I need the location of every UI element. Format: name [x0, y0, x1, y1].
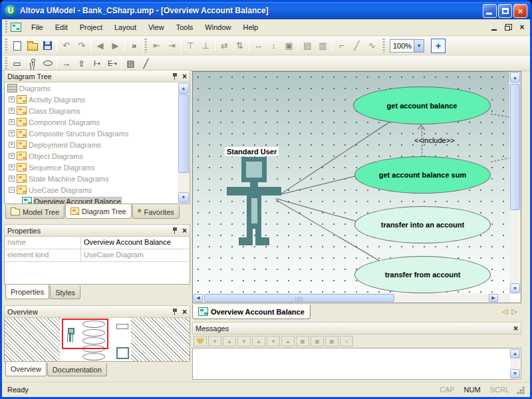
- note-tool-button[interactable]: ▤: [123, 56, 138, 70]
- mdi-close-button[interactable]: ×: [516, 22, 528, 33]
- usecase-transfer-from-account[interactable]: transfer from account: [354, 256, 491, 293]
- diagram-canvas[interactable]: <<include>> get account balance get acco…: [193, 72, 510, 293]
- pin-icon[interactable]: [172, 227, 178, 235]
- tree-item-object-diagrams[interactable]: + Object Diagrams: [5, 150, 190, 162]
- copy-all-messages-button[interactable]: ▣: [325, 336, 338, 346]
- open-file-button[interactable]: [25, 39, 40, 53]
- tab-favorites[interactable]: * Favorites: [132, 205, 180, 219]
- actor-arms[interactable]: [227, 187, 281, 196]
- tab-properties[interactable]: Properties: [5, 285, 49, 299]
- copy-message-button[interactable]: ▣: [296, 336, 309, 346]
- expand-icon[interactable]: +: [9, 130, 15, 136]
- pin-icon[interactable]: [172, 308, 178, 316]
- close-panel-icon[interactable]: ×: [513, 325, 518, 332]
- menu-view[interactable]: View: [142, 21, 170, 33]
- extend-tool-button[interactable]: E⇢: [104, 56, 120, 70]
- back-button[interactable]: ◀: [92, 39, 108, 53]
- scroll-thumb[interactable]: [510, 84, 520, 210]
- notelink-tool-button[interactable]: ╱: [138, 56, 154, 70]
- generalization-tool-button[interactable]: ⇧: [74, 56, 89, 70]
- tree-scrollbar[interactable]: ▲ ▼: [178, 83, 189, 203]
- pan-mode-button[interactable]: +: [431, 39, 446, 53]
- undo-button[interactable]: ↶: [59, 39, 74, 53]
- forward-button[interactable]: ▶: [108, 39, 123, 53]
- resize-grip[interactable]: [516, 386, 525, 394]
- collapse-icon[interactable]: −: [9, 187, 15, 193]
- toolbar-overflow-button[interactable]: »: [126, 39, 142, 53]
- next-warning-button[interactable]: ▼: [237, 336, 251, 346]
- expand-icon[interactable]: +: [9, 96, 15, 102]
- toolbar-grip[interactable]: [4, 39, 7, 53]
- actor-right-foot[interactable]: [255, 237, 269, 245]
- tab-overview-account-balance[interactable]: Overview Account Balance: [192, 305, 311, 319]
- tree-item-diagrams-root[interactable]: Diagrams: [5, 82, 190, 94]
- usecase-get-account-balance[interactable]: get account balance: [353, 86, 491, 124]
- tree-item-class-diagrams[interactable]: + Class Diagrams: [5, 105, 190, 116]
- mdi-minimize-button[interactable]: [488, 22, 500, 33]
- viewport-rectangle[interactable]: [62, 319, 108, 349]
- next-error-button[interactable]: ▼: [267, 336, 280, 346]
- tree-item-activity-diagrams[interactable]: + Activity Diagrams: [5, 94, 190, 105]
- zoom-combobox[interactable]: 100% ▾: [390, 39, 424, 53]
- clear-messages-button[interactable]: ×: [340, 336, 353, 346]
- mdi-restore-button[interactable]: [502, 22, 514, 33]
- usecase-transfer-into-an-account[interactable]: transfer into an account: [354, 206, 491, 243]
- messages-list[interactable]: ▲ ▼: [192, 348, 521, 380]
- expand-icon[interactable]: +: [9, 108, 15, 114]
- close-panel-icon[interactable]: ×: [182, 72, 187, 80]
- diagram-horizontal-scrollbar[interactable]: ◀ |||| ▶: [193, 293, 510, 303]
- usecase-tool-button[interactable]: [40, 56, 55, 70]
- expand-icon[interactable]: +: [9, 176, 15, 182]
- tree-item-deployment-diagrams[interactable]: + Deployment Diagrams: [5, 139, 190, 150]
- usecase-get-account-balance-sum[interactable]: get account balance sum: [354, 156, 491, 194]
- close-panel-icon[interactable]: ×: [182, 308, 187, 316]
- scroll-left-icon[interactable]: ◀: [194, 294, 203, 302]
- scroll-thumb[interactable]: [178, 94, 189, 173]
- menu-file[interactable]: File: [25, 21, 49, 33]
- corner-line-style-button[interactable]: ⌐: [334, 39, 349, 53]
- document-icon[interactable]: [11, 23, 21, 32]
- menu-project[interactable]: Project: [74, 21, 108, 33]
- property-row-element-kind[interactable]: element kind UseCase Diagram: [5, 249, 190, 262]
- scroll-up-icon[interactable]: ▲: [510, 349, 520, 358]
- property-value[interactable]: Overview Account Balance: [81, 237, 190, 249]
- copy-message-and-children-button[interactable]: ▣: [311, 336, 324, 346]
- scroll-down-icon[interactable]: ▼: [510, 283, 520, 293]
- menu-edit[interactable]: Edit: [49, 21, 74, 33]
- expand-icon[interactable]: +: [9, 142, 15, 148]
- menu-layout[interactable]: Layout: [108, 21, 142, 33]
- messages-scrollbar[interactable]: ▲ ▼: [510, 349, 520, 378]
- property-row-name[interactable]: name Overview Account Balance: [5, 237, 190, 249]
- same-height-button[interactable]: ↕: [266, 39, 281, 53]
- tab-styles[interactable]: Styles: [50, 286, 80, 299]
- previous-message-button[interactable]: ▲: [223, 336, 236, 346]
- actor-tool-button[interactable]: [25, 56, 40, 70]
- association-line[interactable]: [276, 198, 356, 221]
- filter-button[interactable]: [194, 336, 207, 346]
- expand-icon[interactable]: +: [9, 164, 15, 170]
- tab-scroll-left-icon[interactable]: ◁: [502, 307, 507, 316]
- align-top-button[interactable]: ⊤: [183, 39, 198, 53]
- overview-thumbnail[interactable]: [4, 318, 190, 362]
- tree-item-sequence-diagrams[interactable]: + Sequence Diagrams: [5, 162, 190, 173]
- space-evenly-across-button[interactable]: ⇄: [217, 39, 232, 53]
- pin-icon[interactable]: [172, 72, 178, 80]
- align-left-edges-button[interactable]: ⇤: [149, 39, 164, 53]
- expand-icon[interactable]: +: [9, 153, 15, 159]
- same-width-button[interactable]: ↔: [251, 39, 266, 53]
- save-file-button[interactable]: [40, 39, 55, 53]
- new-file-button[interactable]: [9, 39, 25, 53]
- tree-item-component-diagrams[interactable]: + Component Diagrams: [5, 116, 190, 128]
- toolbar-grip[interactable]: [382, 39, 385, 53]
- diagram-vertical-scrollbar[interactable]: ▲ ▼: [509, 72, 521, 294]
- include-tool-button[interactable]: I⇢: [89, 56, 104, 70]
- toolbar-grip[interactable]: [144, 39, 147, 53]
- minimize-button[interactable]: [483, 4, 497, 18]
- send-to-back-button[interactable]: ▥: [315, 39, 331, 53]
- tree-item-state-machine-diagrams[interactable]: + State Machine Diagrams: [5, 173, 190, 184]
- same-size-button[interactable]: ▣: [281, 39, 297, 53]
- redo-button[interactable]: ↷: [74, 39, 89, 53]
- tree-item-usecase-diagrams[interactable]: − UseCase Diagrams: [5, 184, 190, 196]
- polyline-style-button[interactable]: ∿: [364, 39, 380, 53]
- title-bar[interactable]: U Altova UModel - Bank_CSharp.ump - [Ove…: [2, 2, 530, 19]
